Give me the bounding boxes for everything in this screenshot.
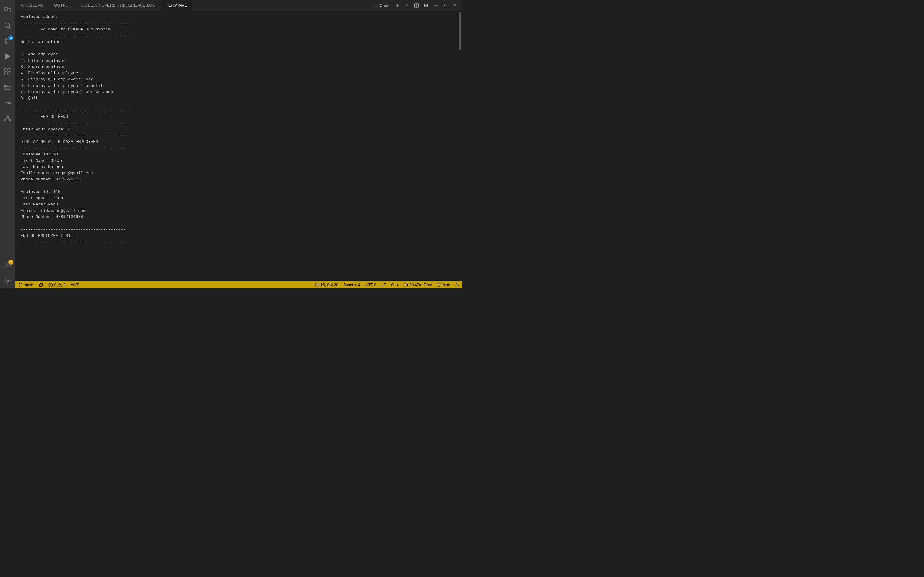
svg-point-6 xyxy=(5,42,7,44)
notifications-item[interactable] xyxy=(452,282,462,288)
svg-point-33 xyxy=(21,284,21,284)
collapse-panel-button[interactable] xyxy=(441,1,450,10)
errors-count: 0 xyxy=(54,283,57,287)
warnings-count: 0 xyxy=(63,283,65,287)
svg-point-32 xyxy=(19,284,19,284)
ellipsis-icon xyxy=(433,3,438,8)
svg-point-4 xyxy=(5,39,7,40)
status-left: main* 0 xyxy=(15,282,82,288)
chevron-up-icon xyxy=(443,3,447,8)
codecatalyst-icon[interactable] xyxy=(0,110,15,126)
svg-point-15 xyxy=(7,85,7,86)
close-panel-button[interactable] xyxy=(451,1,459,10)
spaces-label: Spaces: 4 xyxy=(343,283,360,287)
svg-marker-7 xyxy=(5,53,10,59)
explorer-icon[interactable] xyxy=(0,3,15,18)
close-icon xyxy=(453,3,457,8)
flow-text: Flow xyxy=(423,283,431,287)
svg-line-20 xyxy=(8,118,10,119)
panel-toolbar: Code xyxy=(371,1,462,10)
svg-rect-1 xyxy=(8,9,11,12)
svg-point-34 xyxy=(19,285,19,286)
cursor-position: Ln 15, Col 20 xyxy=(315,283,338,287)
svg-rect-41 xyxy=(437,284,441,286)
monitor-icon xyxy=(437,283,441,287)
search-icon[interactable] xyxy=(0,18,15,33)
code-button[interactable]: Code xyxy=(371,3,392,9)
svg-point-29 xyxy=(437,5,438,6)
split-terminal-button[interactable] xyxy=(412,1,421,10)
svg-point-17 xyxy=(5,119,6,121)
plus-icon xyxy=(395,3,400,8)
svg-line-19 xyxy=(5,118,8,119)
svg-rect-10 xyxy=(5,72,7,75)
account-badge: 1 xyxy=(8,259,13,265)
trash-icon xyxy=(423,3,429,8)
encoding-item[interactable]: UTF-8 xyxy=(363,282,379,288)
terminal-area: Employee added. ------------------------… xyxy=(15,11,462,282)
svg-point-16 xyxy=(7,116,9,118)
source-control-icon[interactable]: 3 xyxy=(0,33,15,49)
bell-icon xyxy=(455,283,459,287)
tab-problems[interactable]: PROBLEMS xyxy=(15,0,49,11)
tab-codewhisperer[interactable]: CODEWHISPERER REFERENCE LOG xyxy=(76,0,161,11)
screen-item[interactable]: Mac xyxy=(434,282,452,288)
svg-point-22 xyxy=(7,280,9,282)
more-actions-button[interactable] xyxy=(431,1,440,10)
add-terminal-button[interactable] xyxy=(393,1,402,10)
status-right: Ln 15, Col 20 Spaces: 4 UTF-8 LF C++ 3h … xyxy=(312,282,462,288)
source-control-badge: 3 xyxy=(8,35,13,40)
terminal-output[interactable]: Employee added. ------------------------… xyxy=(15,11,457,282)
account-icon[interactable]: 1 xyxy=(0,258,15,273)
scrollbar-thumb xyxy=(459,12,461,50)
flow-time: 3h 47m xyxy=(409,283,422,287)
line-ending-item[interactable]: LF xyxy=(379,282,389,288)
svg-point-27 xyxy=(434,5,435,6)
svg-rect-11 xyxy=(8,72,11,75)
code-icon xyxy=(374,3,378,8)
flow-item[interactable]: 3h 47m Flow xyxy=(401,282,434,288)
chevron-down-icon xyxy=(405,3,409,8)
code-label: Code xyxy=(380,3,389,8)
activity-bar: 3 aws xyxy=(0,0,15,288)
svg-point-28 xyxy=(435,5,436,6)
svg-rect-0 xyxy=(5,7,7,11)
aws-label: AWS xyxy=(71,283,79,287)
remote-explorer-icon[interactable] xyxy=(0,79,15,95)
sync-changes-item[interactable] xyxy=(36,282,46,288)
language-label: C++ xyxy=(391,283,399,287)
error-icon xyxy=(48,283,53,287)
warning-icon xyxy=(57,283,62,287)
tab-output[interactable]: OUTPUT xyxy=(49,0,76,11)
chevron-down-button[interactable] xyxy=(402,1,411,10)
svg-point-18 xyxy=(9,119,11,121)
run-debug-icon[interactable] xyxy=(0,49,15,64)
git-branch-item[interactable]: main* xyxy=(15,282,36,288)
main-panel: PROBLEMS OUTPUT CODEWHISPERER REFERENCE … xyxy=(15,0,462,288)
git-branch-icon xyxy=(18,283,23,287)
language-item[interactable]: C++ xyxy=(389,282,401,288)
kill-terminal-button[interactable] xyxy=(422,1,431,10)
scrollbar[interactable] xyxy=(457,11,462,282)
spaces-item[interactable]: Spaces: 4 xyxy=(341,282,363,288)
status-bar: main* 0 xyxy=(15,282,462,288)
sync-icon xyxy=(39,283,43,287)
svg-point-2 xyxy=(5,23,10,27)
svg-rect-8 xyxy=(5,69,7,71)
svg-rect-9 xyxy=(8,69,11,71)
panel-tab-bar: PROBLEMS OUTPUT CODEWHISPERER REFERENCE … xyxy=(15,0,462,11)
encoding-label: UTF-8 xyxy=(365,283,376,287)
line-ending-label: LF xyxy=(381,283,386,287)
flow-icon xyxy=(404,283,408,287)
svg-point-14 xyxy=(5,85,6,86)
settings-icon[interactable] xyxy=(0,273,15,288)
aws-icon[interactable]: aws xyxy=(0,95,15,110)
cursor-position-item[interactable]: Ln 15, Col 20 xyxy=(312,282,341,288)
errors-item[interactable]: 0 0 xyxy=(46,282,68,288)
extensions-icon[interactable] xyxy=(0,64,15,79)
tab-terminal[interactable]: TERMINAL xyxy=(161,0,192,11)
tab-area: PROBLEMS OUTPUT CODEWHISPERER REFERENCE … xyxy=(15,0,371,11)
split-icon xyxy=(414,3,419,8)
aws-item[interactable]: AWS xyxy=(68,282,82,288)
svg-line-3 xyxy=(9,27,11,29)
